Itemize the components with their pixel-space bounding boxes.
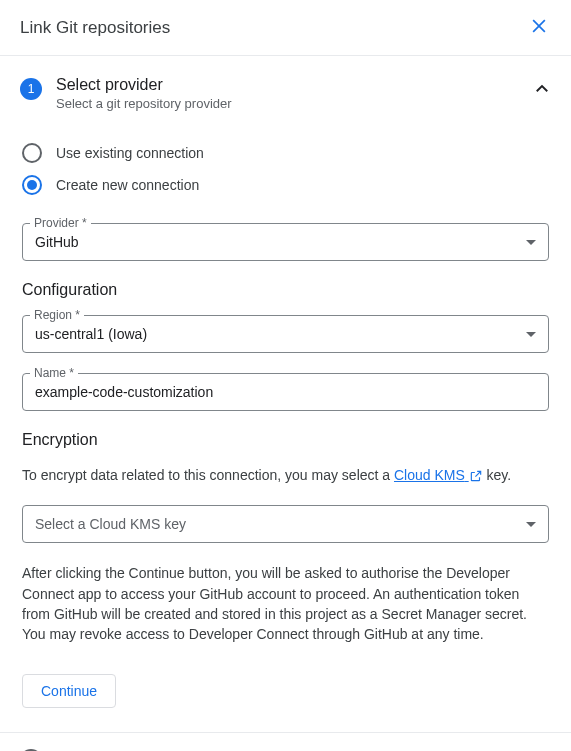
provider-field: Provider * GitHub bbox=[22, 223, 549, 261]
encryption-info-prefix: To encrypt data related to this connecti… bbox=[22, 467, 394, 483]
encryption-info-suffix: key. bbox=[483, 467, 512, 483]
step-1-header[interactable]: 1 Select provider Select a git repositor… bbox=[20, 76, 551, 111]
step-1-title: Select provider bbox=[56, 76, 519, 94]
authorization-disclaimer: After clicking the Continue button, you … bbox=[22, 563, 549, 644]
step-1-body: Use existing connection Create new conne… bbox=[20, 111, 551, 732]
kms-key-select[interactable]: Select a Cloud KMS key bbox=[22, 505, 549, 543]
encryption-heading: Encryption bbox=[22, 431, 549, 449]
step-1-container: 1 Select provider Select a git repositor… bbox=[0, 56, 571, 732]
provider-value: GitHub bbox=[35, 234, 79, 250]
kms-key-field: Select a Cloud KMS key bbox=[22, 505, 549, 543]
region-field: Region * us-central1 (Iowa) bbox=[22, 315, 549, 353]
continue-button[interactable]: Continue bbox=[22, 674, 116, 708]
dropdown-arrow-icon bbox=[526, 332, 536, 337]
dialog-title: Link Git repositories bbox=[20, 18, 170, 38]
region-select[interactable]: us-central1 (Iowa) bbox=[22, 315, 549, 353]
radio-existing-connection[interactable]: Use existing connection bbox=[22, 137, 549, 169]
step-1-badge: 1 bbox=[20, 78, 42, 100]
kms-placeholder: Select a Cloud KMS key bbox=[35, 516, 186, 532]
dropdown-arrow-icon bbox=[526, 522, 536, 527]
step-2-header[interactable]: 2 Link repositories bbox=[0, 732, 571, 751]
configuration-heading: Configuration bbox=[22, 281, 549, 299]
provider-select[interactable]: GitHub bbox=[22, 223, 549, 261]
region-label: Region * bbox=[30, 308, 84, 322]
radio-icon bbox=[22, 143, 42, 163]
chevron-up-icon bbox=[533, 80, 551, 98]
radio-label: Use existing connection bbox=[56, 145, 204, 161]
dropdown-arrow-icon bbox=[526, 240, 536, 245]
dialog-header: Link Git repositories bbox=[0, 0, 571, 56]
connection-radio-group: Use existing connection Create new conne… bbox=[22, 137, 549, 201]
external-link-icon bbox=[469, 469, 483, 483]
encryption-info: To encrypt data related to this connecti… bbox=[22, 465, 549, 485]
cloud-kms-link[interactable]: Cloud KMS bbox=[394, 467, 483, 483]
step-1-subtitle: Select a git repository provider bbox=[56, 96, 519, 111]
provider-label: Provider * bbox=[30, 216, 91, 230]
step-1-titles: Select provider Select a git repository … bbox=[56, 76, 519, 111]
name-input[interactable] bbox=[22, 373, 549, 411]
region-value: us-central1 (Iowa) bbox=[35, 326, 147, 342]
close-button[interactable] bbox=[525, 12, 553, 43]
radio-label: Create new connection bbox=[56, 177, 199, 193]
radio-icon-selected bbox=[22, 175, 42, 195]
name-label: Name * bbox=[30, 366, 78, 380]
close-icon bbox=[529, 16, 549, 36]
name-field: Name * bbox=[22, 373, 549, 411]
radio-new-connection[interactable]: Create new connection bbox=[22, 169, 549, 201]
